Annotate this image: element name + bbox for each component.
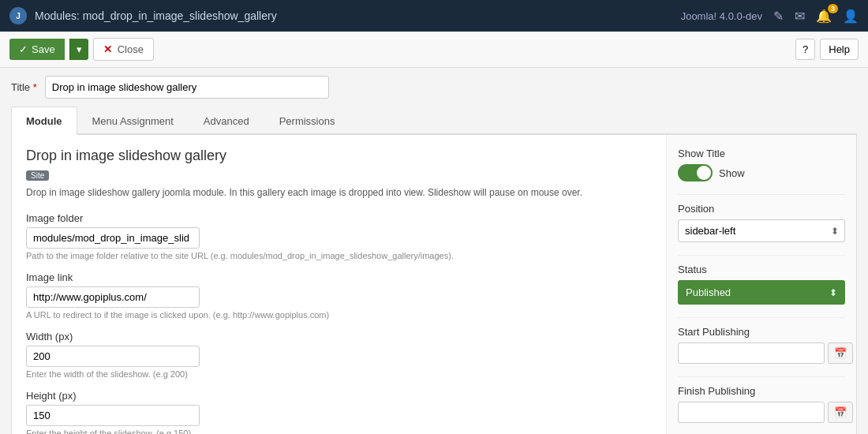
show-title-label: Show Title [678,148,845,159]
page-title: Modules: mod_drop_in_image_slideshow_gal… [35,9,277,22]
main-content: Title * Module Menu Assignment Advanced … [0,68,868,434]
height-input[interactable] [26,405,200,426]
status-select[interactable]: Published Unpublished Archived Trashed [678,280,845,305]
finish-publishing-calendar-button[interactable]: 📅 [828,402,853,423]
save-button[interactable]: ✓ Save [9,39,65,60]
start-publishing-row: 📅 [678,342,845,364]
notification-icon[interactable]: 🔔 3 [816,9,832,24]
position-section: Position sidebar-left sidebar-right top … [678,203,845,242]
tab-module[interactable]: Module [11,107,77,135]
finish-publishing-label: Finish Publishing [678,385,845,397]
tab-menu-assignment[interactable]: Menu Assignment [77,107,189,135]
status-section: Status Published Unpublished Archived Tr… [678,264,845,305]
save-label: Save [32,43,55,55]
title-label: Title * [11,81,37,93]
save-checkmark-icon: ✓ [19,43,28,55]
height-hint: Enter the height of the slideshow. (e.g … [26,428,652,434]
width-input[interactable] [26,346,200,367]
tab-advanced[interactable]: Advanced [189,107,264,135]
position-label: Position [678,203,845,215]
show-title-toggle-row: Show [678,164,845,181]
title-row: Title * [11,76,857,99]
image-link-label: Image link [26,271,652,283]
help-label: Help [829,43,850,55]
edit-icon[interactable]: ✎ [773,9,784,24]
question-button[interactable]: ? [795,39,815,60]
toolbar-right: ? Help [795,39,859,60]
image-link-input[interactable] [26,286,200,308]
position-select-wrapper: sidebar-left sidebar-right top bottom [678,219,845,242]
width-label: Width (px) [26,331,652,342]
close-button[interactable]: ✕ Close [93,38,154,61]
height-group: Height (px) Enter the height of the slid… [26,390,652,434]
width-group: Width (px) Enter the width of the slides… [26,331,652,379]
module-description: Drop in image slideshow gallery joomla m… [26,185,652,200]
image-folder-input[interactable] [26,227,200,249]
divider-2 [678,255,845,256]
start-publishing-label: Start Publishing [678,326,845,338]
position-select[interactable]: sidebar-left sidebar-right top bottom [678,219,845,242]
site-badge: Site [26,170,49,181]
module-title: Drop in image slideshow gallery [26,148,652,164]
title-input[interactable] [45,76,329,99]
finish-publishing-section: Finish Publishing 📅 [678,385,845,423]
toolbar: ✓ Save ▾ ✕ Close ? Help [0,32,868,68]
divider-1 [678,194,845,195]
tabs: Module Menu Assignment Advanced Permissi… [11,107,857,135]
start-publishing-section: Start Publishing 📅 [678,326,845,364]
image-link-group: Image link A URL to redirect to if the i… [26,271,652,320]
tab-permissions[interactable]: Permissions [264,107,350,135]
image-folder-group: Image folder Path to the image folder re… [26,212,652,260]
show-title-toggle[interactable] [678,164,713,181]
image-folder-hint: Path to the image folder relative to the… [26,251,652,260]
topbar-left: J Modules: mod_drop_in_image_slideshow_g… [9,7,277,24]
topbar-right: Joomla! 4.0.0-dev ✎ ✉ 🔔 3 👤 [681,9,859,24]
mail-icon[interactable]: ✉ [795,9,805,24]
image-link-hint: A URL to redirect to if the image is cli… [26,310,652,320]
right-panel: Show Title Show Position sidebar-left si… [667,135,856,434]
help-button[interactable]: Help [820,39,859,60]
left-panel: Drop in image slideshow gallery Site Dro… [12,135,667,434]
start-publishing-input[interactable] [678,342,825,364]
close-label: Close [118,43,144,55]
image-folder-label: Image folder [26,212,652,224]
toolbar-left: ✓ Save ▾ ✕ Close [9,38,154,61]
show-label: Show [719,167,745,179]
finish-publishing-row: 📅 [678,402,845,423]
width-hint: Enter the width of the slideshow. (e.g 2… [26,369,652,379]
status-label: Status [678,264,845,275]
status-select-wrapper: Published Unpublished Archived Trashed [678,280,845,305]
divider-4 [678,376,845,377]
start-publishing-calendar-button[interactable]: 📅 [828,342,853,364]
content-area: Drop in image slideshow gallery Site Dro… [11,135,857,434]
close-x-icon: ✕ [103,43,112,55]
topbar: J Modules: mod_drop_in_image_slideshow_g… [0,0,868,32]
divider-3 [678,317,845,318]
save-dropdown-button[interactable]: ▾ [69,39,88,60]
brand-label: Joomla! 4.0.0-dev [681,10,762,22]
height-label: Height (px) [26,390,652,402]
finish-publishing-input[interactable] [678,402,825,423]
joomla-logo: J [9,7,27,24]
notification-badge: 3 [828,4,838,13]
toggle-thumb [697,166,711,180]
user-icon[interactable]: 👤 [843,9,859,24]
required-indicator: * [33,81,37,93]
show-title-section: Show Title Show [678,148,845,181]
